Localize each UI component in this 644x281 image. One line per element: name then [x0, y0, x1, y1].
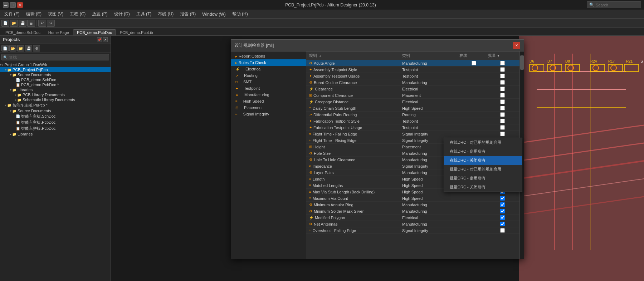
batch-checkbox[interactable]	[500, 209, 505, 213]
sb-save[interactable]: 💾	[25, 45, 32, 51]
menu-item[interactable]: 放置 (P)	[89, 10, 110, 18]
tb-save[interactable]: 💾	[19, 20, 26, 27]
menu-item[interactable]: Window (W)	[199, 11, 228, 18]
batch-check-cell[interactable]	[488, 202, 517, 207]
batch-check-cell[interactable]	[488, 215, 517, 220]
menu-item[interactable]: 帮助 (H)	[229, 10, 251, 18]
search-input[interactable]	[596, 3, 639, 7]
table-row[interactable]: ⚙Acute AngleManufacturing	[306, 60, 519, 66]
menu-item[interactable]: 设计 (D)	[111, 10, 133, 18]
table-row[interactable]: ⚙Board Outline ClearanceManufacturing	[306, 79, 519, 86]
batch-check-cell[interactable]	[488, 61, 517, 65]
tree-item-------schdoc[interactable]: 📄智能车主板.SchDoc	[0, 113, 111, 119]
batch-checkbox[interactable]	[500, 222, 505, 226]
batch-checkbox[interactable]	[500, 202, 505, 207]
batch-check-cell[interactable]	[488, 119, 517, 123]
batch-checkbox[interactable]	[500, 74, 505, 78]
tree-expand-icon[interactable]: ▸	[10, 133, 11, 136]
batch-checkbox[interactable]	[500, 112, 505, 117]
sb-settings[interactable]: ⚙	[33, 45, 40, 51]
win-minimize[interactable]: ▬	[3, 2, 9, 8]
batch-check-cell[interactable]	[488, 74, 517, 78]
batch-check-cell[interactable]	[488, 80, 517, 85]
table-row[interactable]: ✦Fabrication Testpoint StyleTestpoint	[306, 118, 519, 124]
col-batch[interactable]: 批量 ▼	[488, 53, 517, 58]
sidebar-close[interactable]: ✕	[103, 37, 108, 42]
dropdown-item[interactable]: 批量DRC - 对已用的规则启用	[444, 165, 522, 174]
tb-undo[interactable]: ↩	[38, 20, 46, 27]
batch-check-cell[interactable]	[488, 228, 517, 233]
dropdown-item[interactable]: 在线DRC - 关闭所有	[444, 156, 522, 165]
table-row[interactable]: ✦Assembly Testpoint UsageTestpoint	[306, 73, 519, 79]
batch-check-cell[interactable]	[488, 222, 517, 226]
sb-new[interactable]: 📄	[1, 45, 9, 51]
table-row[interactable]: ≈Overshoot - Falling EdgeSignal Integrit…	[306, 227, 519, 234]
tree-expand-icon[interactable]: ▾	[10, 73, 11, 77]
batch-check-cell[interactable]	[488, 93, 517, 98]
table-row[interactable]: ⚡Modified PolygonElectrical	[306, 215, 519, 221]
tree-item-pcb-library-documents[interactable]: ▸📁PCB Library Documents	[0, 92, 111, 97]
tab-pcb-demo-pcblib[interactable]: PCB_demo.PcbLib	[116, 29, 157, 35]
tree-expand-icon[interactable]: ▾	[5, 68, 6, 72]
col-rule[interactable]: 规则 ▲	[309, 53, 402, 58]
table-row[interactable]: ⚙Minimum Solder Mask SliverManufacturing	[306, 208, 519, 215]
table-row[interactable]: ⚙Minimum Annular RingManufacturing	[306, 202, 519, 208]
batch-checkbox[interactable]	[500, 119, 505, 123]
dialog-left-item-signal-integrity[interactable]: ≈Signal Integrity	[231, 111, 306, 117]
sb-folder[interactable]: 📁	[17, 45, 24, 51]
tree-expand-icon[interactable]: ▸	[15, 98, 16, 102]
online-check-cell[interactable]	[459, 61, 488, 65]
batch-checkbox[interactable]	[500, 228, 505, 233]
batch-checkbox[interactable]	[500, 125, 505, 130]
menu-item[interactable]: 布线 (U)	[155, 10, 176, 18]
batch-checkbox[interactable]	[500, 67, 505, 72]
table-row[interactable]: ⚡Creepage DistanceElectrical	[306, 99, 519, 105]
table-row[interactable]: ↗Differential Pairs RoutingRouting	[306, 112, 519, 118]
dropdown-item[interactable]: 批量DRC - 启用所有	[444, 174, 522, 183]
batch-checkbox[interactable]	[500, 61, 505, 65]
dropdown-item[interactable]: 在线DRC - 对已用的规则启用	[444, 138, 522, 147]
sb-open[interactable]: 📂	[9, 45, 16, 51]
tree-expand-icon[interactable]: ▾	[0, 63, 1, 66]
win-close[interactable]: ✕	[17, 2, 23, 8]
batch-check-cell[interactable]	[488, 196, 517, 201]
batch-check-cell[interactable]	[488, 87, 517, 91]
tree-item-------pcbdoc[interactable]: 📋智能车主板.PcbDoc	[0, 119, 111, 125]
dialog-close-button[interactable]: ×	[513, 42, 520, 49]
dropdown-item[interactable]: 在线DRC - 启用所有	[444, 147, 522, 156]
table-row[interactable]: ≈Flight Time - Falling EdgeSignal Integr…	[306, 131, 519, 137]
sidebar-search-box[interactable]: 🔍	[1, 54, 109, 60]
table-row[interactable]: ✦Fabrication Testpoint UsageTestpoint	[306, 124, 519, 131]
batch-checkbox[interactable]	[500, 215, 505, 220]
tree-item-pcb-demo-schdoc[interactable]: 📄PCB_demo.SchDoc	[0, 77, 111, 82]
tb-open[interactable]: 📂	[10, 20, 18, 27]
table-row[interactable]: ⊞Component ClearancePlacement	[306, 92, 519, 99]
global-search[interactable]: 🔍	[587, 1, 641, 8]
menu-item[interactable]: 编辑 (E)	[23, 10, 44, 18]
batch-checkbox[interactable]	[500, 87, 505, 91]
menu-item[interactable]: 工程 (C)	[67, 10, 88, 18]
dialog-left-item-high-speed[interactable]: ≡High Speed	[231, 98, 306, 104]
tree-item-libraries[interactable]: ▾📁Libraries	[0, 87, 111, 92]
tree-item-schematic-library-documents[interactable]: ▸📁Schematic Library Documents	[0, 97, 111, 102]
tree-expand-icon[interactable]: ▾	[10, 88, 11, 92]
dialog-left-item-testpoint[interactable]: ✦Testpoint	[231, 85, 306, 92]
sidebar-search-input[interactable]	[9, 55, 107, 59]
batch-checkbox[interactable]	[500, 80, 505, 85]
win-maximize[interactable]: □	[10, 2, 16, 8]
tree-item-source-documents[interactable]: ▾📁Source Documents	[0, 72, 111, 77]
tree-item-------prjpcb--[interactable]: ▾📁智能车主板.PrjPcb *	[0, 102, 111, 108]
batch-checkbox[interactable]	[500, 196, 505, 201]
dialog-left-item-placement[interactable]: ⊞Placement	[231, 104, 306, 111]
scrollbar-thumb[interactable]	[520, 55, 524, 70]
sidebar-pin[interactable]: 📌	[97, 37, 102, 42]
batch-checkbox[interactable]	[500, 132, 505, 136]
tree-item-pcb-demo-pcbdoc--[interactable]: 📋PCB_demo.PcbDoc *	[0, 82, 111, 87]
table-row[interactable]: ⚙Net AntennaeManufacturing	[306, 221, 519, 227]
tree-item-libraries[interactable]: ▸📁Libraries	[0, 132, 111, 137]
dialog-left-item-electrical[interactable]: ⚡Electrical	[231, 66, 306, 72]
batch-check-cell[interactable]	[488, 67, 517, 72]
col-online[interactable]: 在线	[459, 53, 488, 58]
dialog-left-item-rules-to-check[interactable]: ▸Rules To Check	[231, 59, 306, 66]
batch-checkbox[interactable]	[500, 93, 505, 98]
